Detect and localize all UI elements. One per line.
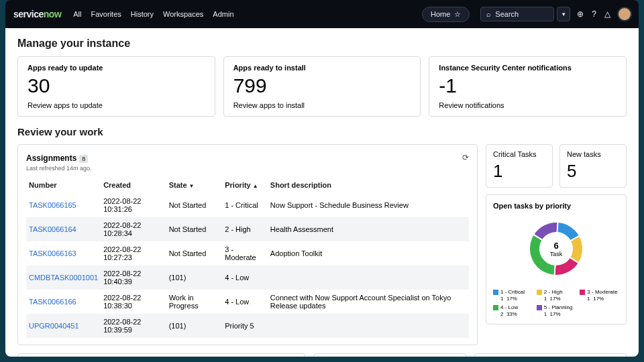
section-review-title: Review your work xyxy=(17,126,627,137)
card-apps-install[interactable]: Apps ready to install 799 Review apps to… xyxy=(223,56,421,117)
card-security-notifications[interactable]: Instance Security Center notifications -… xyxy=(429,56,627,117)
donut-chart[interactable]: 6Task xyxy=(523,215,590,282)
table-row[interactable]: TASK00661662022-08-22 10:38:30Work in Pr… xyxy=(26,290,469,314)
legend-item[interactable]: 5 - Planning1 17% xyxy=(537,304,576,317)
section-manage-title: Manage your instance xyxy=(17,38,627,50)
card-apps-update[interactable]: Apps ready to update 30 Review apps to u… xyxy=(17,56,215,117)
assignments-count-badge: 8 xyxy=(79,155,88,163)
search-icon: ⌕ xyxy=(486,10,491,18)
col-number[interactable]: Number xyxy=(26,177,101,193)
help-icon[interactable]: ? xyxy=(592,9,596,19)
col-created[interactable]: Created xyxy=(101,177,166,193)
card-requests[interactable]: RequestsView all xyxy=(474,353,627,357)
card-favorites[interactable]: Favorites xyxy=(313,353,466,357)
nav-history[interactable]: History xyxy=(131,10,154,18)
nav-admin[interactable]: Admin xyxy=(213,10,233,18)
col-state[interactable]: State▼ xyxy=(166,177,223,193)
avatar[interactable] xyxy=(619,8,631,20)
chevron-up-icon: ▲ xyxy=(253,183,258,189)
task-link[interactable]: CMDBTASK0001001 xyxy=(26,265,101,290)
task-link[interactable]: TASK0066164 xyxy=(26,217,101,241)
search-input[interactable]: ⌕Search xyxy=(480,7,554,21)
globe-icon[interactable]: ⊕ xyxy=(577,9,584,19)
task-link[interactable]: TASK0066165 xyxy=(26,193,101,217)
chevron-down-icon: ▼ xyxy=(189,183,195,189)
assignments-panel: Assignments8 ⟳ Last refreshed 14m ago. N… xyxy=(17,144,478,345)
card-critical-tasks[interactable]: Critical Tasks 1 xyxy=(486,144,553,188)
table-row[interactable]: TASK00661652022-08-22 10:31:26Not Starte… xyxy=(26,193,469,217)
legend-item[interactable]: 4 - Low2 33% xyxy=(493,304,533,317)
nav-all[interactable]: All xyxy=(73,10,81,18)
table-row[interactable]: UPGR00404512022-08-22 10:39:59(101)Prior… xyxy=(26,314,469,338)
refresh-icon[interactable]: ⟳ xyxy=(462,153,469,162)
table-row[interactable]: TASK00661632022-08-22 10:27:23Not Starte… xyxy=(26,241,469,265)
legend-item[interactable]: 3 - Moderate1 17% xyxy=(580,289,619,302)
task-link[interactable]: TASK0066166 xyxy=(26,290,101,314)
card-new-tasks[interactable]: New tasks 5 xyxy=(559,144,627,188)
home-pill[interactable]: Home☆ xyxy=(422,7,470,22)
bell-icon[interactable]: △ xyxy=(604,9,610,19)
chart-open-tasks: Open tasks by priority 6Task 1 - Critica… xyxy=(486,194,627,324)
logo[interactable]: servicenow xyxy=(13,9,61,19)
legend-item[interactable]: 2 - High1 17% xyxy=(537,289,576,302)
card-open-by-age[interactable]: Open tasks by age xyxy=(17,353,305,357)
col-priority[interactable]: Priority▲ xyxy=(222,177,268,193)
task-link[interactable]: TASK0066163 xyxy=(26,241,101,265)
star-icon: ☆ xyxy=(454,10,461,19)
table-row[interactable]: TASK00661642022-08-22 10:28:34Not Starte… xyxy=(26,217,469,241)
col-description[interactable]: Short description xyxy=(268,177,469,193)
legend-item[interactable]: 1 - Critical1 17% xyxy=(493,289,533,302)
nav-favorites[interactable]: Favorites xyxy=(91,10,121,18)
search-dropdown[interactable]: ▼ xyxy=(557,7,570,21)
assignments-table: Number Created State▼ Priority▲ Short de… xyxy=(26,177,469,338)
table-row[interactable]: CMDBTASK00010012022-08-22 10:40:39(101)4… xyxy=(26,265,469,290)
nav-workspaces[interactable]: Workspaces xyxy=(163,10,203,18)
topbar: servicenow All Favorites History Workspa… xyxy=(5,0,639,28)
task-link[interactable]: UPGR0040451 xyxy=(26,314,101,338)
main-nav: All Favorites History Workspaces Admin xyxy=(73,10,233,18)
